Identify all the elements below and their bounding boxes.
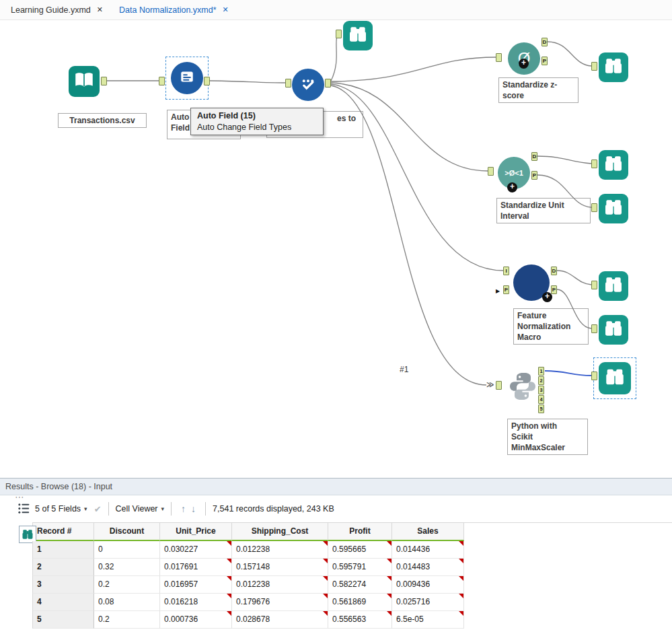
input-anchor[interactable] — [488, 167, 494, 176]
table-cell[interactable]: 0.014436 — [392, 541, 464, 559]
row-number-cell[interactable]: 2 — [32, 559, 94, 576]
selected-connection-wire[interactable] — [545, 371, 591, 376]
output-anchor-p[interactable]: P — [542, 57, 548, 65]
browse-tool-1[interactable] — [343, 21, 373, 50]
table-cell[interactable]: 0.014483 — [392, 559, 464, 576]
scroll-down-icon[interactable]: ↓ — [191, 503, 196, 514]
table-cell[interactable]: 0.025716 — [392, 594, 464, 611]
cell-viewer-dropdown[interactable]: Cell Viewer — [116, 504, 158, 514]
connection-wire[interactable] — [331, 57, 496, 81]
browse-tool-7[interactable] — [599, 362, 631, 394]
table-cell[interactable]: 6.5e-05 — [392, 611, 464, 629]
input-anchor[interactable] — [496, 53, 502, 62]
table-cell[interactable]: 0.595665 — [328, 541, 392, 559]
output-anchor-5[interactable]: 5 — [538, 404, 544, 413]
input-anchor[interactable] — [591, 372, 597, 380]
connection-wire[interactable] — [331, 36, 337, 81]
output-anchor-p[interactable]: P — [531, 171, 537, 180]
input-anchor[interactable] — [591, 160, 597, 168]
table-cell[interactable]: 0.179676 — [232, 594, 328, 611]
table-cell[interactable]: 0.030227 — [160, 541, 232, 559]
output-anchor[interactable] — [101, 77, 107, 85]
table-cell[interactable]: 0.561869 — [328, 594, 392, 611]
table-cell[interactable]: 0.016957 — [160, 576, 232, 594]
output-anchor-2[interactable]: 2 — [538, 376, 544, 385]
table-cell[interactable]: 0.2 — [94, 576, 160, 594]
browse-tool-3[interactable] — [599, 150, 628, 180]
chevron-down-icon[interactable]: ▾ — [84, 505, 87, 512]
tab-data-normalization[interactable]: Data Normalization.yxmd* ✕ — [111, 0, 237, 20]
connection-wire[interactable] — [557, 271, 591, 285]
workflow-canvas[interactable]: Transactions.csv Auto Field e — [0, 20, 672, 478]
browse-tool-6[interactable] — [599, 315, 628, 345]
connection-wire[interactable] — [331, 83, 488, 171]
table-cell[interactable]: 0.017691 — [160, 559, 232, 576]
close-tab-icon[interactable]: ✕ — [97, 6, 103, 13]
input-anchor[interactable] — [591, 62, 597, 71]
table-cell[interactable]: 0.157148 — [232, 559, 328, 576]
fields-dropdown[interactable]: 5 of 5 Fields — [35, 504, 81, 514]
connection-wire[interactable] — [557, 289, 591, 328]
table-cell[interactable]: 0.556563 — [328, 611, 392, 629]
close-tab-icon[interactable]: ✕ — [223, 6, 229, 13]
auto-field-tool[interactable] — [171, 62, 203, 94]
output-anchor-d[interactable]: D — [542, 38, 548, 46]
input-data-tool[interactable] — [69, 66, 100, 97]
output-anchor-1[interactable]: 1 — [538, 367, 544, 376]
column-header-sales[interactable]: Sales — [392, 523, 464, 541]
output-anchor-d[interactable]: D — [551, 267, 557, 275]
select-tool[interactable] — [292, 69, 324, 101]
input-anchor[interactable] — [591, 281, 597, 289]
output-anchor-p[interactable]: P — [551, 285, 557, 294]
table-cell[interactable]: 0.012238 — [232, 576, 328, 594]
row-number-cell[interactable]: 5 — [32, 611, 94, 629]
table-cell[interactable]: 0.028678 — [232, 611, 328, 629]
scroll-up-icon[interactable]: ↑ — [181, 503, 186, 514]
column-header-shipping-cost[interactable]: Shipping_Cost — [232, 523, 328, 541]
connection-wire[interactable] — [210, 81, 285, 83]
python-tool[interactable] — [507, 370, 539, 402]
output-anchor-d[interactable]: D — [531, 152, 537, 161]
table-cell[interactable]: 0.582274 — [328, 576, 392, 594]
column-header-unit-price[interactable]: Unit_Price — [160, 523, 232, 541]
browse-tool-2[interactable] — [599, 52, 628, 82]
output-anchor[interactable] — [204, 77, 210, 85]
table-cell[interactable]: 0.08 — [94, 594, 160, 611]
input-anchor[interactable] — [159, 77, 165, 85]
table-cell[interactable]: 0.009436 — [392, 576, 464, 594]
table-cell[interactable]: 0.016218 — [160, 594, 232, 611]
table-cell[interactable]: 0.012238 — [232, 541, 328, 559]
output-anchor-3[interactable]: 3 — [538, 386, 544, 394]
input-anchor[interactable] — [591, 203, 597, 212]
apply-check-icon[interactable]: ✔ — [94, 504, 102, 514]
row-number-cell[interactable]: 4 — [32, 594, 94, 611]
input-anchor-p[interactable]: P — [503, 285, 509, 294]
connection-wire[interactable] — [548, 42, 591, 66]
input-anchor[interactable] — [496, 381, 502, 390]
connection-wire[interactable] — [537, 156, 591, 164]
panel-drag-handle-icon[interactable]: ⋯ — [15, 491, 25, 502]
input-anchor[interactable] — [285, 79, 291, 87]
connection-wire[interactable] — [331, 85, 486, 385]
table-cell[interactable]: 0.000736 — [160, 611, 232, 629]
output-anchor-4[interactable]: 4 — [538, 395, 544, 404]
input-anchor-i[interactable]: I — [503, 267, 509, 275]
input-anchor[interactable] — [336, 30, 342, 38]
column-header-record-[interactable]: Record # — [32, 523, 94, 541]
column-header-profit[interactable]: Profit — [328, 523, 392, 541]
row-number-cell[interactable]: 3 — [32, 576, 94, 594]
results-config-icon[interactable] — [17, 502, 30, 517]
tab-learning-guide[interactable]: Learning Guide.yxmd ✕ — [3, 0, 111, 20]
browse-tool-5[interactable] — [599, 271, 628, 301]
input-anchor[interactable] — [591, 324, 597, 333]
table-cell[interactable]: 0.32 — [94, 559, 160, 576]
column-header-discount[interactable]: Discount — [94, 523, 160, 541]
table-cell[interactable]: 0.595791 — [328, 559, 392, 576]
browse-tool-4[interactable] — [599, 194, 628, 223]
table-cell[interactable]: 0.2 — [94, 611, 160, 629]
row-number-cell[interactable]: 1 — [32, 541, 94, 559]
output-anchor[interactable] — [325, 79, 331, 87]
table-cell[interactable]: 0 — [94, 541, 160, 559]
chevron-down-icon[interactable]: ▾ — [161, 505, 165, 512]
connection-wire[interactable] — [331, 84, 503, 271]
